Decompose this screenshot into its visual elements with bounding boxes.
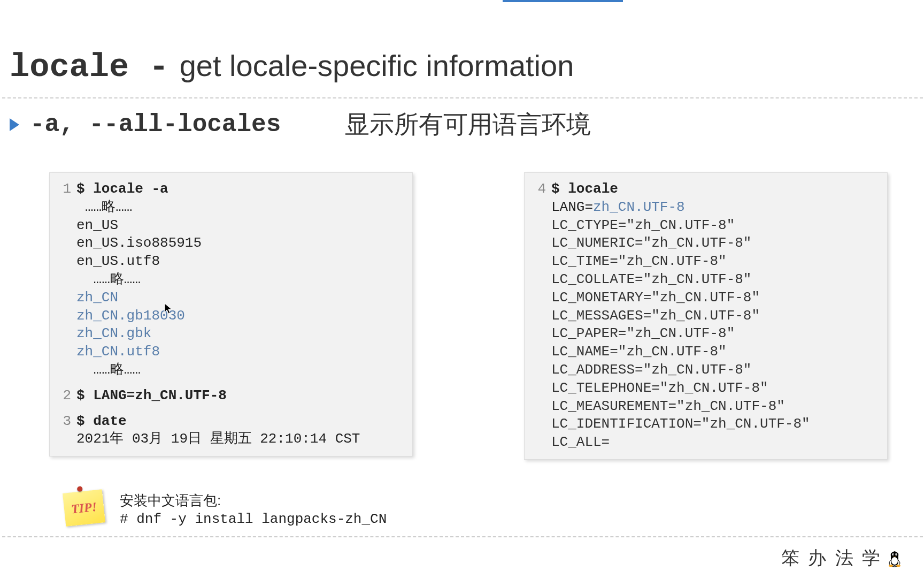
pin-icon: [77, 486, 83, 492]
output-line: en_US.iso885915: [57, 234, 403, 253]
cmd-line-4: 4$ locale: [532, 180, 877, 199]
code-panel-right: 4$ locale LANG=zh_CN.UTF-8 LC_CTYPE="zh_…: [524, 172, 888, 460]
output-lc: LC_CTYPE="zh_CN.UTF-8": [532, 217, 877, 235]
svg-point-6: [889, 565, 893, 567]
output-lc: LC_MONETARY="zh_CN.UTF-8": [532, 289, 877, 307]
output-lc: LC_COLLATE="zh_CN.UTF-8": [532, 271, 877, 289]
output-date: 2021年 03月 19日 星期五 22:10:14 CST: [57, 430, 403, 448]
svg-point-7: [896, 565, 900, 567]
top-tab-underline: [503, 0, 623, 2]
output-lc: LC_PAPER="zh_CN.UTF-8": [532, 325, 877, 343]
output-lang: LANG=zh_CN.UTF-8: [532, 199, 877, 217]
tip-text: 安装中文语言包: # dnf -y install langpacks-zh_C…: [120, 491, 387, 529]
svg-point-5: [896, 554, 897, 556]
bullet-icon: [10, 118, 19, 131]
output-ellipsis: ……略……: [57, 199, 403, 217]
output-line-zh: zh_CN.utf8: [57, 343, 403, 361]
svg-point-1: [891, 557, 898, 565]
output-lc: LC_NUMERIC="zh_CN.UTF-8": [532, 234, 877, 253]
title-command: locale -: [10, 48, 169, 86]
page-title-row: locale - get locale-specific information: [10, 48, 574, 86]
output-lc: LC_ADDRESS="zh_CN.UTF-8": [532, 361, 877, 379]
output-lc: LC_MEASUREMENT="zh_CN.UTF-8": [532, 398, 877, 416]
output-lc: LC_MESSAGES="zh_CN.UTF-8": [532, 307, 877, 325]
divider-top: [2, 97, 923, 98]
footer-brand: 笨 办 法 学: [781, 546, 903, 571]
output-lc: LC_IDENTIFICATION="zh_CN.UTF-8": [532, 415, 877, 434]
cmd-line-1: 1$ locale -a: [57, 180, 403, 199]
code-panel-left: 1$ locale -a ……略…… en_US en_US.iso885915…: [49, 172, 413, 457]
tip-box: TIP! 安装中文语言包: # dnf -y install langpacks…: [64, 491, 387, 529]
svg-point-4: [893, 554, 894, 556]
output-ellipsis: ……略……: [57, 271, 403, 289]
tip-label: TIP!: [71, 499, 98, 516]
brand-text: 笨 办 法 学: [781, 546, 883, 571]
output-lc: LC_NAME="zh_CN.UTF-8": [532, 343, 877, 361]
title-description: get locale-specific information: [180, 48, 574, 83]
option-row: -a, --all-locales 显示所有可用语言环境: [10, 108, 591, 141]
blank-line: [57, 405, 403, 413]
output-line-zh: zh_CN.gb18030: [57, 307, 403, 325]
output-lc: LC_ALL=: [532, 434, 877, 452]
output-line: en_US.utf8: [57, 253, 403, 271]
option-description: 显示所有可用语言环境: [345, 108, 591, 141]
cmd-line-3: 3$ date: [57, 413, 403, 431]
tux-icon: [887, 549, 903, 567]
blank-line: [57, 379, 403, 387]
tip-sticky-icon: TIP!: [63, 489, 105, 526]
tip-line-2: # dnf -y install langpacks-zh_CN: [120, 510, 387, 529]
output-lc: LC_TELEPHONE="zh_CN.UTF-8": [532, 379, 877, 398]
output-ellipsis: ……略……: [57, 361, 403, 379]
output-line: en_US: [57, 217, 403, 235]
divider-bottom: [2, 536, 923, 537]
output-line-zh: zh_CN: [57, 289, 403, 307]
option-flag: -a, --all-locales: [30, 111, 281, 139]
cmd-line-2: 2$ LANG=zh_CN.UTF-8: [57, 387, 403, 405]
output-line-zh: zh_CN.gbk: [57, 325, 403, 343]
output-lc: LC_TIME="zh_CN.UTF-8": [532, 253, 877, 271]
tip-line-1: 安装中文语言包:: [120, 491, 387, 510]
